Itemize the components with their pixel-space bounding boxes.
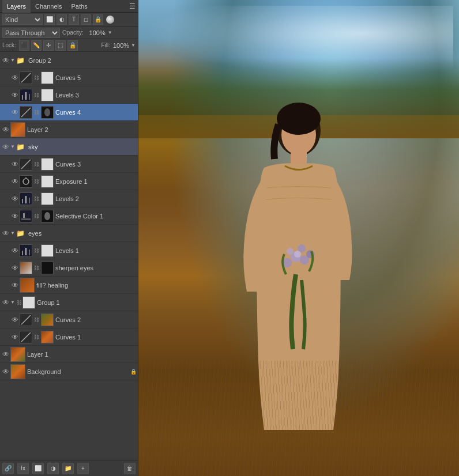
- lock-pixels-btn[interactable]: ⬛: [19, 40, 29, 51]
- thumb-group1-mask: [22, 296, 35, 309]
- opacity-arrow[interactable]: ▼: [108, 30, 112, 35]
- layer-name-background: Background: [27, 368, 130, 375]
- add-group-btn[interactable]: 📁: [62, 463, 74, 474]
- layer-row-levels2[interactable]: 👁 ⛓ Levels 2: [0, 190, 138, 207]
- visibility-layer1[interactable]: 👁: [1, 350, 10, 359]
- lock-all-btn[interactable]: 🔒: [67, 40, 78, 51]
- visibility-eyes[interactable]: 👁: [1, 229, 10, 238]
- layer-row-curves2[interactable]: 👁 ⛓ Curves 2: [0, 311, 138, 328]
- svg-rect-10: [23, 213, 25, 218]
- tab-paths[interactable]: Paths: [67, 0, 92, 13]
- visibility-curves3[interactable]: 👁: [10, 160, 20, 169]
- lock-artboard-btn[interactable]: ⬚: [55, 40, 66, 51]
- layer-row-levels3[interactable]: 👁 ⛓ Levels 3: [0, 86, 138, 104]
- layer-row-eyes[interactable]: 👁 ▼ 📁 eyes: [0, 225, 138, 242]
- visibility-levels1[interactable]: 👁: [10, 246, 20, 255]
- chain-curves3: ⛓: [34, 161, 39, 167]
- thumb-sharpen-img: [20, 262, 32, 274]
- layer-list: 👁 ▼ 📁 Group 2 👁 ⛓ Curves 5 👁: [0, 52, 138, 460]
- svg-point-23: [287, 248, 294, 255]
- layer-name-levels2: Levels 2: [55, 195, 137, 202]
- thumb-wrap-levels1: ⛓: [20, 244, 54, 257]
- layer-name-curves1: Curves 1: [55, 334, 137, 341]
- visibility-levels2[interactable]: 👁: [10, 194, 20, 203]
- layer-row-fill-healing[interactable]: 👁 fill? healing: [0, 277, 138, 294]
- visibility-selective1[interactable]: 👁: [10, 211, 20, 221]
- visibility-sky[interactable]: 👁: [1, 142, 10, 152]
- smart-filter-btn[interactable]: 🔒: [93, 14, 103, 25]
- kind-select[interactable]: Kind: [2, 14, 43, 25]
- visibility-group1[interactable]: 👁: [1, 298, 10, 307]
- layer-name-levels1: Levels 1: [55, 247, 137, 254]
- delete-layer-btn[interactable]: 🗑: [124, 463, 136, 474]
- layer-row-group1[interactable]: 👁 ▼ ⛓ Group 1: [0, 294, 138, 311]
- layer-name-selective1: Selective Color 1: [55, 213, 137, 220]
- blend-mode-select[interactable]: Pass Through Normal Multiply Screen: [2, 28, 60, 38]
- thumb-wrap-curves3: ⛓: [20, 158, 54, 171]
- layer-effects-btn[interactable]: fx: [17, 463, 29, 474]
- visibility-sharpen[interactable]: 👁: [10, 263, 20, 273]
- layer-row-curves5[interactable]: 👁 ⛓ Curves 5: [0, 69, 138, 86]
- link-layers-btn[interactable]: 🔗: [2, 463, 14, 474]
- visibility-curves1[interactable]: 👁: [10, 333, 20, 342]
- layer-name-sharpen: sherpen eyes: [55, 265, 137, 271]
- layer-row-sharpen[interactable]: 👁 ⛓ sherpen eyes: [0, 259, 138, 277]
- add-mask-btn[interactable]: ⬜: [32, 463, 44, 474]
- layer-row-exposure1[interactable]: 👁 ⛓ Exposure 1: [0, 173, 138, 190]
- text-filter-btn[interactable]: T: [69, 14, 79, 25]
- visibility-curves4[interactable]: 👁: [10, 108, 20, 117]
- chain-curves4: ⛓: [34, 109, 39, 115]
- visibility-curves5[interactable]: 👁: [10, 73, 20, 82]
- sky-clouds: [144, 6, 453, 75]
- visibility-levels3[interactable]: 👁: [10, 90, 20, 100]
- shape-filter-btn[interactable]: ◻: [81, 14, 91, 25]
- layer-row-background[interactable]: 👁 Background 🔒: [0, 363, 138, 380]
- layer-row-curves1[interactable]: 👁 ⛓ Curves 1: [0, 328, 138, 346]
- tab-channels[interactable]: Channels: [31, 0, 66, 13]
- layer-name-fill-healing: fill? healing: [36, 282, 137, 289]
- layer-row-sky[interactable]: 👁 ▼ 📁 sky: [0, 138, 138, 156]
- visibility-curves2[interactable]: 👁: [10, 315, 20, 324]
- layer-row-levels1[interactable]: 👁 ⛓ Levels 1: [0, 242, 138, 259]
- thumb-wrap-curves1: ⛓: [20, 331, 54, 343]
- layer-row-curves4[interactable]: 👁 ⛓ Curves 4: [0, 104, 138, 121]
- thumb-curves5-adj: [20, 71, 32, 84]
- thumb-layer1: [10, 347, 25, 362]
- tab-layers[interactable]: Layers: [2, 0, 31, 13]
- visibility-exposure1[interactable]: 👁: [10, 177, 20, 186]
- svg-rect-7: [25, 196, 27, 203]
- new-layer-btn[interactable]: +: [77, 463, 89, 474]
- thumb-levels2-mask: [41, 192, 54, 205]
- layer-row-selective1[interactable]: 👁 ⛓ Selective Color 1: [0, 207, 138, 225]
- layer-row-layer1[interactable]: 👁 Layer 1: [0, 346, 138, 363]
- fold-group2[interactable]: ▼: [10, 58, 15, 63]
- svg-rect-13: [25, 248, 27, 255]
- svg-rect-1: [25, 92, 27, 100]
- lock-position-btn[interactable]: ✛: [43, 40, 54, 51]
- layer-name-exposure1: Exposure 1: [55, 178, 137, 185]
- thumb-selective1-mask: [41, 210, 54, 222]
- thumb-exposure1-adj: [20, 175, 32, 188]
- adjustment-filter-btn[interactable]: ◐: [57, 14, 67, 25]
- fill-arrow[interactable]: ▼: [131, 43, 136, 48]
- visibility-layer2[interactable]: 👁: [1, 125, 10, 134]
- thumb-fill-healing: [20, 278, 35, 293]
- fold-sky[interactable]: ▼: [10, 144, 15, 149]
- pixel-filter-btn[interactable]: ⬜: [44, 14, 55, 25]
- svg-point-4: [23, 179, 29, 184]
- visibility-fill-healing[interactable]: 👁: [10, 281, 20, 290]
- thumb-wrap-selective1: ⛓: [20, 210, 54, 222]
- visibility-background[interactable]: 👁: [1, 367, 10, 376]
- panel-menu-icon[interactable]: ☰: [129, 2, 136, 10]
- fold-eyes[interactable]: ▼: [10, 231, 15, 236]
- svg-rect-2: [29, 94, 30, 100]
- visibility-group2[interactable]: 👁: [1, 56, 10, 65]
- layer-row-curves3[interactable]: 👁 ⛓ Curves 3: [0, 156, 138, 173]
- layer-row-group2[interactable]: 👁 ▼ 📁 Group 2: [0, 52, 138, 69]
- lock-image-btn[interactable]: ✏️: [31, 40, 42, 51]
- fold-group1[interactable]: ▼: [10, 300, 15, 305]
- add-adjustment-btn[interactable]: ◑: [47, 463, 59, 474]
- chain-levels3: ⛓: [34, 92, 39, 98]
- layer-row-layer2[interactable]: 👁 Layer 2: [0, 121, 138, 138]
- thumb-levels3-mask: [41, 89, 54, 101]
